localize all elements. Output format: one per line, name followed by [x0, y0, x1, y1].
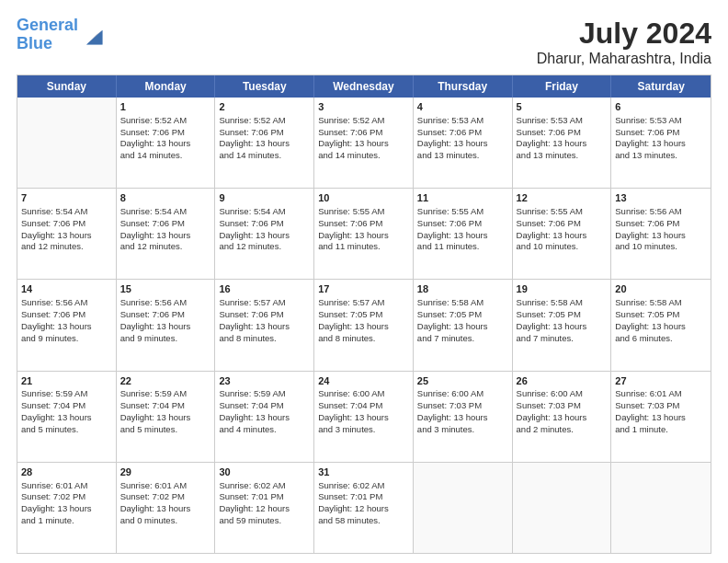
day-number: 31: [318, 465, 409, 479]
day-header-wednesday: Wednesday: [314, 75, 414, 98]
day-number: 8: [120, 191, 211, 205]
day-number: 4: [417, 100, 508, 114]
day-header-saturday: Saturday: [611, 75, 711, 98]
day-info: Sunrise: 5:57 AM Sunset: 7:06 PM Dayligh…: [219, 297, 290, 342]
calendar-day-empty: [17, 98, 117, 188]
day-info: Sunrise: 6:00 AM Sunset: 7:03 PM Dayligh…: [517, 388, 587, 433]
calendar-day-13: 13Sunrise: 5:56 AM Sunset: 7:06 PM Dayli…: [611, 189, 711, 279]
calendar-day-23: 23Sunrise: 5:59 AM Sunset: 7:04 PM Dayli…: [215, 372, 314, 462]
calendar-day-empty: [611, 463, 711, 553]
day-info: Sunrise: 6:01 AM Sunset: 7:03 PM Dayligh…: [615, 388, 686, 433]
day-info: Sunrise: 6:02 AM Sunset: 7:01 PM Dayligh…: [219, 480, 290, 525]
day-info: Sunrise: 6:00 AM Sunset: 7:03 PM Dayligh…: [417, 388, 488, 433]
calendar-day-25: 25Sunrise: 6:00 AM Sunset: 7:03 PM Dayli…: [414, 372, 513, 462]
calendar-day-14: 14Sunrise: 5:56 AM Sunset: 7:06 PM Dayli…: [17, 280, 117, 370]
calendar-header: SundayMondayTuesdayWednesdayThursdayFrid…: [17, 75, 711, 98]
day-number: 14: [21, 282, 112, 296]
day-number: 18: [417, 282, 508, 296]
calendar: SundayMondayTuesdayWednesdayThursdayFrid…: [17, 75, 711, 554]
day-info: Sunrise: 5:55 AM Sunset: 7:06 PM Dayligh…: [517, 206, 587, 251]
calendar-day-3: 3Sunrise: 5:52 AM Sunset: 7:06 PM Daylig…: [314, 98, 414, 188]
day-header-sunday: Sunday: [17, 75, 117, 98]
day-number: 15: [120, 282, 211, 296]
day-info: Sunrise: 5:56 AM Sunset: 7:06 PM Dayligh…: [120, 297, 191, 342]
day-number: 29: [120, 465, 211, 479]
day-number: 20: [615, 282, 707, 296]
calendar-day-7: 7Sunrise: 5:54 AM Sunset: 7:06 PM Daylig…: [17, 189, 117, 279]
day-number: 26: [517, 374, 608, 388]
logo-text: General Blue: [17, 17, 78, 53]
day-info: Sunrise: 5:54 AM Sunset: 7:06 PM Dayligh…: [219, 206, 290, 251]
day-number: 28: [21, 465, 112, 479]
calendar-day-22: 22Sunrise: 5:59 AM Sunset: 7:04 PM Dayli…: [117, 372, 216, 462]
day-info: Sunrise: 5:55 AM Sunset: 7:06 PM Dayligh…: [417, 206, 488, 251]
day-number: 11: [417, 191, 508, 205]
calendar-day-29: 29Sunrise: 6:01 AM Sunset: 7:02 PM Dayli…: [117, 463, 216, 553]
calendar-day-12: 12Sunrise: 5:55 AM Sunset: 7:06 PM Dayli…: [513, 189, 612, 279]
header: General Blue July 2024 Dharur, Maharasht…: [17, 17, 711, 67]
day-info: Sunrise: 6:02 AM Sunset: 7:01 PM Dayligh…: [318, 480, 389, 525]
day-info: Sunrise: 5:59 AM Sunset: 7:04 PM Dayligh…: [219, 388, 290, 433]
calendar-day-5: 5Sunrise: 5:53 AM Sunset: 7:06 PM Daylig…: [513, 98, 612, 188]
day-info: Sunrise: 5:58 AM Sunset: 7:05 PM Dayligh…: [517, 297, 587, 342]
day-number: 23: [219, 374, 310, 388]
day-number: 2: [219, 100, 310, 114]
day-header-thursday: Thursday: [414, 75, 513, 98]
calendar-day-4: 4Sunrise: 5:53 AM Sunset: 7:06 PM Daylig…: [414, 98, 513, 188]
calendar-day-16: 16Sunrise: 5:57 AM Sunset: 7:06 PM Dayli…: [215, 280, 314, 370]
day-info: Sunrise: 5:57 AM Sunset: 7:05 PM Dayligh…: [318, 297, 389, 342]
calendar-week-4: 21Sunrise: 5:59 AM Sunset: 7:04 PM Dayli…: [17, 372, 711, 463]
calendar-day-15: 15Sunrise: 5:56 AM Sunset: 7:06 PM Dayli…: [117, 280, 216, 370]
logo-general: General: [17, 16, 78, 34]
day-number: 10: [318, 191, 409, 205]
calendar-day-8: 8Sunrise: 5:54 AM Sunset: 7:06 PM Daylig…: [117, 189, 216, 279]
day-info: Sunrise: 5:53 AM Sunset: 7:06 PM Dayligh…: [615, 115, 686, 160]
day-info: Sunrise: 5:53 AM Sunset: 7:06 PM Dayligh…: [417, 115, 488, 160]
day-header-tuesday: Tuesday: [215, 75, 314, 98]
day-number: 19: [517, 282, 608, 296]
calendar-week-5: 28Sunrise: 6:01 AM Sunset: 7:02 PM Dayli…: [17, 463, 711, 553]
day-info: Sunrise: 5:56 AM Sunset: 7:06 PM Dayligh…: [615, 206, 686, 251]
calendar-day-10: 10Sunrise: 5:55 AM Sunset: 7:06 PM Dayli…: [314, 189, 414, 279]
calendar-day-9: 9Sunrise: 5:54 AM Sunset: 7:06 PM Daylig…: [215, 189, 314, 279]
day-number: 5: [517, 100, 608, 114]
calendar-day-31: 31Sunrise: 6:02 AM Sunset: 7:01 PM Dayli…: [314, 463, 414, 553]
day-info: Sunrise: 6:01 AM Sunset: 7:02 PM Dayligh…: [120, 480, 191, 525]
day-info: Sunrise: 6:00 AM Sunset: 7:04 PM Dayligh…: [318, 388, 389, 433]
day-info: Sunrise: 5:56 AM Sunset: 7:06 PM Dayligh…: [21, 297, 92, 342]
day-info: Sunrise: 5:52 AM Sunset: 7:06 PM Dayligh…: [219, 115, 290, 160]
logo-icon: [80, 22, 106, 48]
day-header-friday: Friday: [513, 75, 612, 98]
day-number: 30: [219, 465, 310, 479]
day-info: Sunrise: 6:01 AM Sunset: 7:02 PM Dayligh…: [21, 480, 92, 525]
main-title: July 2024: [537, 17, 711, 51]
day-info: Sunrise: 5:52 AM Sunset: 7:06 PM Dayligh…: [318, 115, 389, 160]
calendar-day-empty: [414, 463, 513, 553]
calendar-body: 1Sunrise: 5:52 AM Sunset: 7:06 PM Daylig…: [17, 98, 711, 553]
sub-title: Dharur, Maharashtra, India: [537, 51, 711, 67]
calendar-week-1: 1Sunrise: 5:52 AM Sunset: 7:06 PM Daylig…: [17, 98, 711, 189]
logo-blue: Blue: [17, 34, 52, 52]
day-info: Sunrise: 5:52 AM Sunset: 7:06 PM Dayligh…: [120, 115, 191, 160]
day-number: 12: [517, 191, 608, 205]
calendar-day-21: 21Sunrise: 5:59 AM Sunset: 7:04 PM Dayli…: [17, 372, 117, 462]
day-info: Sunrise: 5:59 AM Sunset: 7:04 PM Dayligh…: [21, 388, 92, 433]
day-number: 7: [21, 191, 112, 205]
calendar-day-20: 20Sunrise: 5:58 AM Sunset: 7:05 PM Dayli…: [611, 280, 711, 370]
day-info: Sunrise: 5:58 AM Sunset: 7:05 PM Dayligh…: [417, 297, 488, 342]
day-info: Sunrise: 5:55 AM Sunset: 7:06 PM Dayligh…: [318, 206, 389, 251]
calendar-day-1: 1Sunrise: 5:52 AM Sunset: 7:06 PM Daylig…: [117, 98, 216, 188]
day-number: 6: [615, 100, 707, 114]
page: General Blue July 2024 Dharur, Maharasht…: [0, 0, 728, 563]
day-info: Sunrise: 5:54 AM Sunset: 7:06 PM Dayligh…: [120, 206, 191, 251]
calendar-day-28: 28Sunrise: 6:01 AM Sunset: 7:02 PM Dayli…: [17, 463, 117, 553]
day-info: Sunrise: 5:53 AM Sunset: 7:06 PM Dayligh…: [517, 115, 587, 160]
calendar-day-30: 30Sunrise: 6:02 AM Sunset: 7:01 PM Dayli…: [215, 463, 314, 553]
calendar-day-26: 26Sunrise: 6:00 AM Sunset: 7:03 PM Dayli…: [513, 372, 612, 462]
calendar-day-18: 18Sunrise: 5:58 AM Sunset: 7:05 PM Dayli…: [414, 280, 513, 370]
title-block: July 2024 Dharur, Maharashtra, India: [537, 17, 711, 67]
calendar-day-24: 24Sunrise: 6:00 AM Sunset: 7:04 PM Dayli…: [314, 372, 414, 462]
day-number: 13: [615, 191, 707, 205]
calendar-day-17: 17Sunrise: 5:57 AM Sunset: 7:05 PM Dayli…: [314, 280, 414, 370]
day-number: 22: [120, 374, 211, 388]
